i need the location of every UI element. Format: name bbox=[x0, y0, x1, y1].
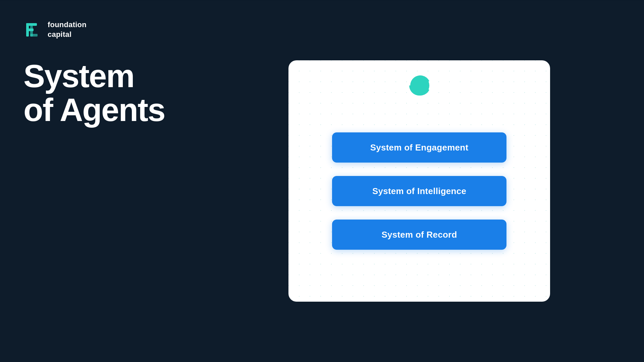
svg-rect-4 bbox=[30, 34, 38, 37]
svg-rect-1 bbox=[26, 23, 37, 26]
logo-area: foundation capital bbox=[23, 20, 184, 39]
system-of-record-button[interactable]: System of Record bbox=[332, 220, 506, 250]
logo-text: foundation capital bbox=[48, 20, 87, 39]
system-of-intelligence-button[interactable]: System of Intelligence bbox=[332, 176, 506, 206]
main-heading: System of Agents bbox=[23, 59, 184, 127]
left-panel: foundation capital System of Agents bbox=[0, 0, 208, 362]
card-buttons: System of Engagement System of Intellige… bbox=[309, 132, 530, 250]
system-of-engagement-button[interactable]: System of Engagement bbox=[332, 132, 506, 163]
foundation-capital-logo-icon bbox=[23, 20, 42, 39]
system-of-engagement-label: System of Engagement bbox=[370, 142, 469, 153]
diagram-card: System of Engagement System of Intellige… bbox=[288, 60, 550, 302]
pacman-icon bbox=[408, 74, 431, 97]
system-of-record-label: System of Record bbox=[381, 230, 457, 240]
heading-line1: System bbox=[23, 58, 134, 94]
right-panel: System of Engagement System of Intellige… bbox=[208, 0, 644, 362]
system-of-intelligence-label: System of Intelligence bbox=[372, 186, 466, 196]
heading-line2: of Agents bbox=[23, 92, 165, 128]
